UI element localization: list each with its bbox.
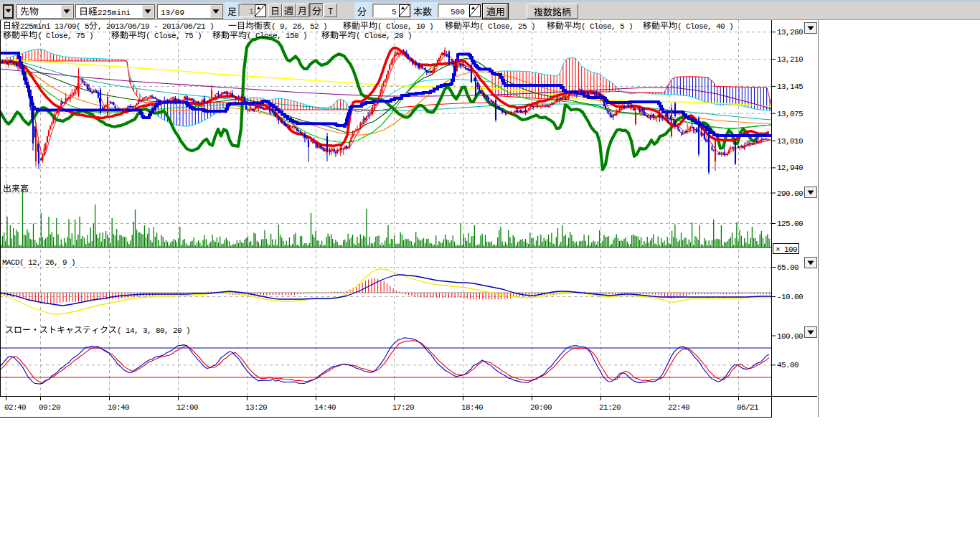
- svg-text:13:20: 13:20: [245, 403, 267, 412]
- svg-text:1: 1: [249, 7, 254, 16]
- svg-text:13/09: 13/09: [161, 9, 184, 17]
- svg-text:( Close, 25 ): ( Close, 25 ): [479, 22, 535, 31]
- svg-text:65.00: 65.00: [777, 263, 798, 272]
- svg-text:( Close, 150 ): ( Close, 150 ): [247, 32, 307, 40]
- svg-text:13,280: 13,280: [777, 28, 803, 37]
- svg-text:20:00: 20:00: [530, 403, 552, 412]
- svg-text:225mini: 225mini: [98, 9, 131, 17]
- svg-text:02:40: 02:40: [4, 403, 26, 412]
- svg-text:T: T: [328, 6, 334, 17]
- svg-text:225mini 13/09( 5: 225mini 13/09( 5: [20, 22, 89, 31]
- svg-text:( 9, 26, 52 ): ( 9, 26, 52 ): [271, 22, 327, 31]
- svg-text:13,145: 13,145: [777, 83, 803, 91]
- svg-text:14:40: 14:40: [314, 403, 336, 412]
- svg-text:5: 5: [392, 8, 397, 17]
- svg-text:13,075: 13,075: [777, 110, 803, 118]
- svg-text:13,210: 13,210: [777, 55, 803, 64]
- svg-text:( Close, 75 ): ( Close, 75 ): [146, 32, 202, 40]
- svg-text:17:20: 17:20: [392, 403, 414, 412]
- svg-text:21:20: 21:20: [599, 403, 621, 412]
- svg-text:( Close, 5 ): ( Close, 5 ): [581, 22, 633, 31]
- svg-text:500: 500: [451, 8, 465, 17]
- svg-text:18:40: 18:40: [461, 403, 483, 412]
- svg-text:( 14, 3, 80, 20 ): ( 14, 3, 80, 20 ): [117, 326, 190, 335]
- svg-text:125.00: 125.00: [777, 220, 803, 228]
- svg-text:100.00: 100.00: [777, 332, 803, 341]
- svg-text:45.00: 45.00: [777, 361, 798, 369]
- svg-text:09:20: 09:20: [39, 403, 60, 412]
- svg-text:× 100: × 100: [776, 245, 797, 254]
- svg-text:06/21: 06/21: [737, 403, 759, 412]
- svg-text:( Close, 20 ): ( Close, 20 ): [356, 32, 412, 40]
- svg-text:, 2013/06/19 - 2013/06/21 ): , 2013/06/19 - 2013/06/21 ): [98, 22, 214, 31]
- svg-text:22:40: 22:40: [668, 403, 689, 412]
- svg-text:290.00: 290.00: [777, 189, 803, 198]
- svg-text:12,940: 12,940: [777, 164, 803, 172]
- svg-text:-10.00: -10.00: [777, 293, 803, 301]
- svg-text:( Close, 40 ): ( Close, 40 ): [677, 22, 733, 31]
- svg-text:12:00: 12:00: [176, 403, 198, 412]
- svg-text:10:40: 10:40: [108, 403, 129, 412]
- svg-text:( Close, 75 ): ( Close, 75 ): [37, 32, 93, 40]
- svg-text:( Close, 10 ): ( Close, 10 ): [377, 22, 433, 31]
- svg-text:13,010: 13,010: [777, 137, 803, 146]
- svg-text:MACD( 12, 26, 9 ): MACD( 12, 26, 9 ): [2, 258, 75, 267]
